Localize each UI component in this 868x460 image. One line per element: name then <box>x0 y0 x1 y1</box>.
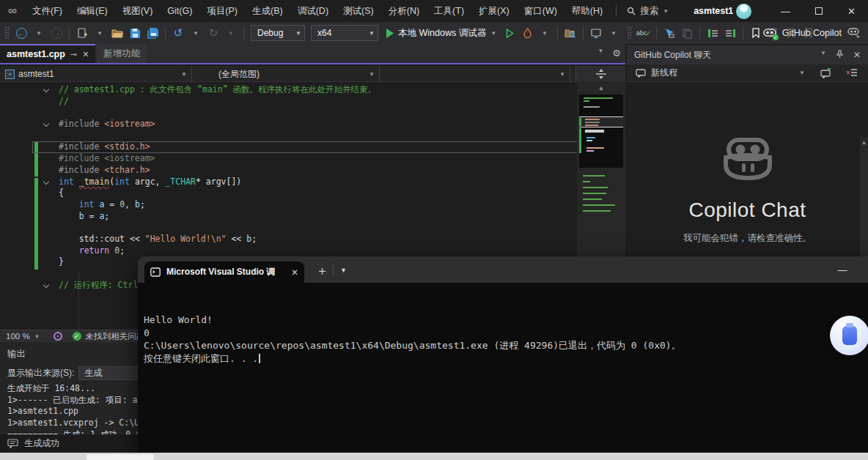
minimize-button[interactable]: — <box>769 0 802 22</box>
zoom-dropdown-icon[interactable]: ▼ <box>34 333 46 340</box>
code-line[interactable]: std::cout << "Hello World!\n" << b; <box>32 234 578 245</box>
hot-reload-button[interactable] <box>519 24 535 42</box>
new-project-dropdown-icon[interactable]: ▼ <box>92 24 108 42</box>
redo-button[interactable]: ↻ <box>205 24 221 42</box>
thread-dropdown-icon[interactable]: ▼ <box>799 70 805 76</box>
start-without-debugging-button[interactable] <box>501 24 518 42</box>
undo-dropdown-icon[interactable]: ▼ <box>188 24 204 42</box>
intellisense-cursor-button[interactable] <box>661 24 677 42</box>
debug-console-window[interactable]: Microsoft Visual Studio 调试控制台 ✕ ＋ ▼ — He… <box>138 256 868 453</box>
code-line[interactable] <box>32 107 578 119</box>
floating-capture-tool-button[interactable] <box>830 316 868 355</box>
save-button[interactable] <box>127 24 143 42</box>
new-project-button[interactable] <box>74 24 90 42</box>
menu-build[interactable]: 生成(B) <box>245 0 290 22</box>
toolbar-grip[interactable] <box>4 26 10 40</box>
split-editor-handle[interactable] <box>575 66 625 82</box>
navigate-forward-button[interactable]: → <box>48 24 65 42</box>
fold-chevron-icon[interactable] <box>43 121 49 127</box>
delete-thread-button[interactable] <box>846 68 858 78</box>
thread-name[interactable]: 新线程 <box>651 67 677 79</box>
user-avatar[interactable] <box>736 4 751 19</box>
code-line[interactable]: { <box>32 188 578 199</box>
menu-extensions[interactable]: 扩展(X) <box>471 0 517 22</box>
copilot-completions-icon[interactable] <box>847 28 861 39</box>
menu-help[interactable]: 帮助(H) <box>564 0 610 22</box>
console-tab[interactable]: Microsoft Visual Studio 调试控制台 ✕ <box>144 261 304 283</box>
code-line[interactable]: int _tmain(int argc, _TCHAR* argv[]) <box>32 177 578 188</box>
search-dropdown-icon[interactable]: ▼ <box>663 8 669 15</box>
search-control[interactable]: 搜索 ▼ <box>622 5 673 18</box>
console-tab-dropdown-icon[interactable]: ▼ <box>340 267 347 274</box>
toggle-bookmark-button[interactable] <box>748 24 764 42</box>
menu-tools[interactable]: 工具(T) <box>427 0 471 22</box>
find-in-files-button[interactable] <box>562 24 578 42</box>
scroll-up-icon[interactable]: ▲ <box>577 84 625 92</box>
console-output[interactable]: Hello World!0C:\Users\lenovo\source\repo… <box>138 283 868 453</box>
pin-icon[interactable]: ⊸ <box>70 50 77 59</box>
close-button[interactable]: ✕ <box>835 0 868 22</box>
menu-edit[interactable]: 编辑(E) <box>70 0 115 22</box>
increase-indent-button[interactable] <box>722 24 738 42</box>
code-line[interactable]: // asmtest1.cpp : 此文件包含 “main” 函数。程序执行将在… <box>32 84 578 96</box>
undo-button[interactable]: ↺ <box>170 24 186 42</box>
code-line[interactable] <box>32 130 578 142</box>
navigate-dropdown-icon[interactable]: ▼ <box>606 24 622 42</box>
project-dropdown[interactable]: + asmtest1 ▼ <box>0 66 192 82</box>
code-line[interactable]: // <box>32 96 578 108</box>
pin-icon[interactable] <box>836 50 844 59</box>
code-line[interactable]: int a = 0, b; <box>32 199 578 211</box>
document-list-dropdown-icon[interactable]: ▼ <box>597 48 603 59</box>
menu-window[interactable]: 窗口(W) <box>517 0 564 22</box>
maximize-button[interactable] <box>802 0 835 22</box>
zoom-level[interactable]: 100 % <box>0 332 34 341</box>
member-dropdown[interactable]: ▼ <box>380 66 570 82</box>
menu-project[interactable]: 项目(P) <box>199 0 245 22</box>
code-line[interactable]: #include <iostream> <box>32 119 578 130</box>
spell-check-button[interactable]: abc✓ <box>636 24 652 42</box>
console-minimize-button[interactable]: — <box>825 256 859 283</box>
panel-options-dropdown-icon[interactable]: ▼ <box>820 50 826 60</box>
decrease-indent-button[interactable] <box>705 24 721 42</box>
navigate-back-button[interactable]: ← <box>13 24 29 42</box>
fold-chevron-icon[interactable] <box>43 281 49 287</box>
save-all-button[interactable] <box>144 24 161 42</box>
solution-platform-combo[interactable]: x64▼ <box>311 25 378 41</box>
copy-code-button[interactable] <box>679 24 695 42</box>
solution-configuration-combo[interactable]: Debug▼ <box>251 25 305 41</box>
menu-analyze[interactable]: 分析(N) <box>381 0 427 22</box>
menu-file[interactable]: 文件(F) <box>25 0 70 22</box>
scope-dropdown[interactable]: (全局范围) ▼ <box>192 66 380 82</box>
code-line[interactable]: #include <stdio.h> <box>32 141 578 153</box>
open-file-button[interactable] <box>109 24 125 42</box>
tab-asmtest1-cpp[interactable]: asmtest1.cpp ⊸ ✕ <box>0 44 95 63</box>
close-tab-icon[interactable]: ✕ <box>82 50 89 59</box>
new-thread-button[interactable] <box>820 68 831 78</box>
copilot-badge-icon[interactable]: ✓ <box>763 28 776 39</box>
hot-reload-dropdown-icon[interactable]: ▼ <box>537 24 553 42</box>
toolbar-grip-2[interactable] <box>627 26 632 40</box>
code-line[interactable]: return 0; <box>32 245 578 257</box>
menu-debug[interactable]: 调试(D) <box>290 0 336 22</box>
code-health-icon[interactable] <box>54 332 62 341</box>
start-debugging-button[interactable]: 本地 Windows 调试器 ▼ <box>381 27 501 40</box>
code-line[interactable]: b = a; <box>32 211 578 223</box>
copilot-label[interactable]: GitHub Copilot <box>782 28 842 38</box>
navigate-home-button[interactable] <box>588 24 604 42</box>
redo-dropdown-icon[interactable]: ▼ <box>223 24 239 42</box>
taskbar-button[interactable] <box>87 454 154 460</box>
navigate-back-dropdown-icon[interactable]: ▼ <box>31 24 47 42</box>
windows-taskbar-edge[interactable] <box>0 453 868 460</box>
console-title-bar[interactable]: Microsoft Visual Studio 调试控制台 ✕ ＋ ▼ — <box>138 256 868 283</box>
tab-whats-new[interactable]: 新增功能 <box>97 44 147 63</box>
copilot-panel-header[interactable]: GitHub Copilot 聊天 ▼ ✕ <box>627 45 868 64</box>
new-console-tab-icon[interactable]: ＋ <box>316 262 328 279</box>
code-line[interactable] <box>32 222 578 234</box>
code-line[interactable]: #include <iostream> <box>32 153 578 165</box>
close-panel-icon[interactable]: ✕ <box>853 50 861 60</box>
menu-view[interactable]: 视图(V) <box>115 0 161 22</box>
fold-chevron-icon[interactable] <box>43 178 49 184</box>
menu-git[interactable]: Git(G) <box>160 0 199 22</box>
editor-options-gear-icon[interactable]: ⚙ <box>612 48 621 59</box>
fold-chevron-icon[interactable] <box>43 86 49 92</box>
